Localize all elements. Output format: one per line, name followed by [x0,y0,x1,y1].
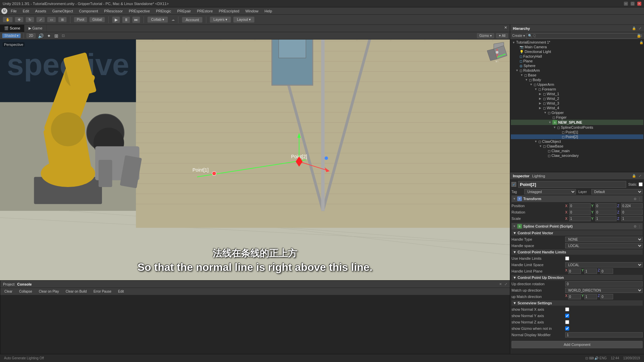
position-x-input[interactable] [569,203,591,208]
tree-claw-base[interactable]: ▼ ◻ ClawBase [539,144,643,148]
pivot-button[interactable]: Pivot [74,17,87,22]
tab-inspector[interactable]: Inspector [513,174,530,178]
scene-lock[interactable]: 🔒 [637,34,641,38]
scene-gizmo[interactable]: Y↑ [487,42,507,62]
error-pause-button[interactable]: Error Pause [92,289,113,294]
tree-claw-object[interactable]: ▼ ◻ ClawObject [534,139,643,144]
menu-prescripted[interactable]: PREscripted [216,8,242,14]
scale-z-input[interactable] [621,216,643,221]
layer-dropdown[interactable]: Default [591,189,643,194]
sceneview-settings-header[interactable]: ▼ Sceneview Settings [512,300,643,306]
tree-claw-secondary[interactable]: ◻ Claw_secondary [544,153,643,158]
hierarchy-search[interactable]: 🔍 Q [526,33,638,39]
menu-prestore[interactable]: PREstore [194,8,215,14]
grid-button[interactable]: ⊞ [53,33,59,39]
tab-game[interactable]: ▶ Game [24,25,47,32]
add-component-button[interactable]: Add Component [512,341,643,348]
step-button[interactable]: ⏭ [132,16,140,23]
tree-wrist2[interactable]: ▶ ◻ Wrist_2 [539,96,643,101]
bottom-panel-maximize[interactable]: ⤢ [504,282,507,286]
spline-script-settings[interactable]: ⚙ [634,225,637,228]
layers-button[interactable]: Layers ▾ [210,16,231,23]
rotate-tool-button[interactable]: ↻ [25,17,34,22]
gizmo-button[interactable]: Gizmo ▾ [477,33,494,38]
all-button[interactable]: ✦ All [496,33,508,38]
tab-project[interactable]: Project [3,282,14,286]
show-normal-z-checkbox[interactable] [565,320,569,324]
static-checkbox[interactable] [639,182,643,186]
control-point-up-direction-header[interactable]: ▼ Control Point Up Direction [512,275,643,280]
pause-button[interactable]: ⏸ [122,16,130,23]
umd-z-input[interactable] [600,294,613,299]
up-direction-rotation-input[interactable] [565,281,643,287]
menu-component[interactable]: Component [76,8,101,14]
scene-view[interactable]: spective [0,40,510,280]
audio-button[interactable]: 🔊 [37,33,45,39]
multi-tool-button[interactable]: ⊞ [58,17,67,22]
clear-button[interactable]: Clear [2,289,14,294]
tree-point2[interactable]: ◻ Point[2] [511,134,643,139]
rect-tool-button[interactable]: ▭ [47,17,56,22]
tree-body[interactable]: ▼ ◻ Body [525,77,643,82]
hlp-z-input[interactable] [600,268,613,274]
scale-x-input[interactable] [569,216,591,221]
use-handle-limits-checkbox[interactable] [565,256,569,260]
tab-lighting[interactable]: Lighting [532,174,545,178]
umd-y-input[interactable] [584,294,597,299]
tree-gripper[interactable]: ▼ ◻ Gripper [544,110,643,115]
hierarchy-maximize[interactable]: ⤢ [639,26,641,30]
position-y-input[interactable] [595,203,617,208]
2d-button[interactable]: 2D [26,33,36,38]
transform-component-header[interactable]: ▼ T Transform ⚙ ⋮ [512,195,643,202]
hlp-y-input[interactable] [584,268,597,274]
bottom-panel-close[interactable]: ✕ [499,282,502,286]
collapse-button[interactable]: Collapse [17,289,34,294]
spline-script-header[interactable]: ▼ S Spline Control Point (Script) ⚙ ⋮ [512,223,643,230]
match-up-direction-dropdown[interactable]: WORLD_DIRECTION [565,288,643,293]
tree-base[interactable]: ▼ ◻ Base [520,73,643,77]
minimize-button[interactable]: ─ [624,2,628,6]
close-button[interactable]: ✕ [637,2,641,6]
tree-upper-arm[interactable]: ▼ ◻ UpperArm [530,82,643,87]
tree-spline-control-points[interactable]: ▼ ◻ SplineControlPoints [511,125,643,130]
tree-sphere[interactable]: ◎ Sphere [516,63,643,68]
tab-scene[interactable]: 🎬 Scene [0,25,24,32]
move-tool-button[interactable]: ✥ [15,17,23,22]
menu-prespective[interactable]: PREspective [126,8,153,14]
umd-x-input[interactable] [568,294,581,299]
play-button[interactable]: ▶ [112,16,120,23]
edit-button[interactable]: Edit [116,289,126,294]
scene-close[interactable]: ✕ [504,25,507,30]
menu-help[interactable]: Help [262,8,275,14]
handle-limit-space-dropdown[interactable]: LOCAL [565,262,643,267]
handle-type-dropdown[interactable]: NONE [565,237,643,242]
position-z-input[interactable] [621,203,643,208]
inspector-maximize[interactable]: ⤢ [639,174,641,178]
tab-console[interactable]: Console [17,282,32,286]
menu-gameobject[interactable]: GameObject [50,8,76,14]
fx-button[interactable]: ✦ [46,33,52,39]
tree-point1[interactable]: ◻ Point[1] [511,130,643,134]
normal-display-modifier-input[interactable] [565,332,643,338]
object-name-input[interactable] [518,181,626,188]
scale-y-input[interactable] [595,216,617,221]
account-button[interactable]: Account [182,17,203,23]
maximize-button[interactable]: □ [631,2,635,6]
tag-dropdown[interactable]: Untagged [524,189,576,194]
menu-prepair[interactable]: PREpair [174,8,194,14]
menu-assets[interactable]: Assets [33,8,49,14]
tree-plane[interactable]: ◻ Plane [516,59,643,63]
tree-new-spline[interactable]: ▼ S NEW_SPLINE [511,120,643,125]
tree-root[interactable]: ▼ TutorialEnvironment 1* 🔒 [511,40,643,45]
menu-prescissor[interactable]: PRescissor [101,8,125,14]
rotation-x-input[interactable] [569,209,591,215]
tree-wrist1[interactable]: ▶ ◻ Wrist_1 [539,92,643,96]
layout-button[interactable]: Layout ▾ [233,16,255,23]
inspector-lock[interactable]: 🔒 [632,174,636,178]
hierarchy-lock[interactable]: 🔒 [632,26,636,30]
transform-menu[interactable]: ⋮ [638,197,641,201]
tree-directional-light[interactable]: 💡 Directional Light [516,49,643,54]
clear-on-play-button[interactable]: Clear on Play [37,289,61,294]
menu-prelogic[interactable]: PRElogic [153,8,174,14]
tree-forearm[interactable]: ▼ ◻ Forearm [534,87,643,92]
